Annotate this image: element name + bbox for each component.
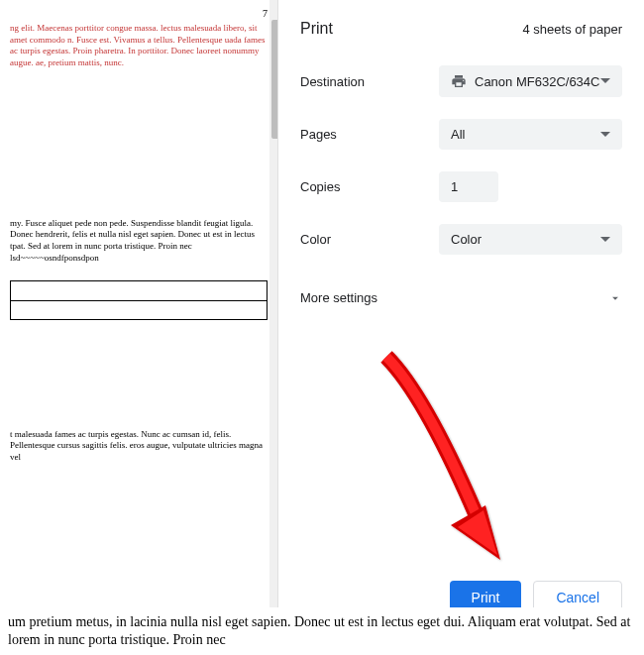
preview-body-text: my. Fusce aliquet pede non pede. Suspend…	[10, 218, 268, 265]
copies-input[interactable]	[439, 171, 498, 202]
pages-value: All	[451, 127, 465, 142]
caret-down-icon	[600, 130, 610, 140]
more-settings-toggle[interactable]: More settings	[300, 282, 622, 313]
more-settings-label: More settings	[300, 290, 377, 305]
destination-value: Canon MF632C/634C	[475, 74, 599, 89]
color-value: Color	[451, 232, 482, 247]
pages-row: Pages All	[300, 119, 622, 150]
table-row	[11, 281, 267, 301]
page-number: 7	[10, 8, 268, 19]
preview-page: 7 ng elit. Maecenas porttitor congue mas…	[0, 0, 277, 614]
destination-select[interactable]: Canon MF632C/634C	[439, 65, 622, 97]
dialog-title: Print	[300, 20, 333, 38]
scrollbar-thumb[interactable]	[271, 20, 277, 139]
pages-select[interactable]: All	[439, 119, 622, 150]
print-preview-pane: 7 ng elit. Maecenas porttitor congue mas…	[0, 0, 277, 634]
dialog-header: Print 4 sheets of paper	[300, 20, 622, 38]
preview-table	[10, 280, 268, 320]
preview-red-text: ng elit. Maecenas porttitor congue massa…	[10, 23, 268, 69]
chevron-down-icon	[608, 291, 622, 305]
caret-down-icon	[600, 76, 610, 86]
color-select[interactable]: Color	[439, 224, 622, 255]
preview-lower-text: t malesuada fames ac turpis egestas. Nun…	[10, 429, 268, 464]
color-label: Color	[300, 232, 439, 247]
copies-row: Copies	[300, 171, 622, 202]
print-settings-pane: Print 4 sheets of paper Destination Cano…	[277, 0, 644, 634]
pages-label: Pages	[300, 127, 439, 142]
print-dialog: 7 ng elit. Maecenas porttitor congue mas…	[0, 0, 644, 634]
caret-down-icon	[600, 235, 610, 245]
sheets-count: 4 sheets of paper	[523, 22, 622, 37]
background-document-text: um pretium metus, in lacinia nulla nisl …	[0, 607, 644, 655]
printer-icon	[451, 73, 467, 89]
color-row: Color Color	[300, 224, 622, 255]
destination-label: Destination	[300, 74, 439, 89]
destination-row: Destination Canon MF632C/634C	[300, 65, 622, 97]
scrollbar-track[interactable]	[269, 0, 277, 634]
copies-label: Copies	[300, 179, 439, 194]
